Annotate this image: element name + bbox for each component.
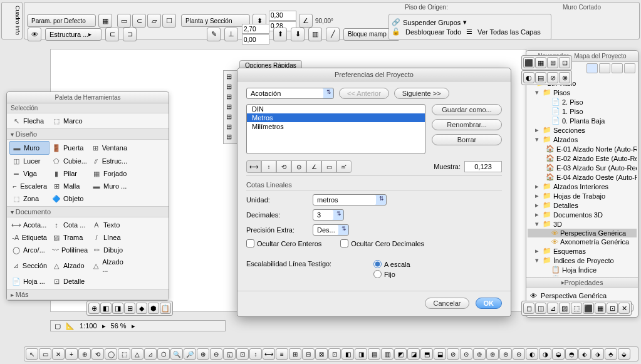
dim-type-6[interactable]: ▭	[321, 160, 336, 173]
sb-icon-4[interactable]: ▸	[132, 322, 135, 330]
bottom-tool-14[interactable]: ⊖	[210, 348, 222, 360]
bottom-tool-28[interactable]: ◩	[394, 348, 407, 360]
tool-dibujo[interactable]: ✏Dibujo	[90, 244, 130, 256]
ref-line-1[interactable]: ⊏	[105, 28, 119, 41]
dim-type-2[interactable]: ↕	[261, 160, 276, 173]
nav-tab-view[interactable]	[599, 63, 610, 73]
dim-type-5[interactable]: ∠	[306, 160, 321, 173]
tool-ventana[interactable]: ⊞Ventana	[90, 141, 130, 155]
zoom-display[interactable]: 56 %	[111, 322, 127, 330]
save-as-button[interactable]: Guardar como...	[432, 104, 502, 115]
bottom-tool-9[interactable]: ⊿	[144, 348, 157, 360]
bottom-tool-37[interactable]: ⊝	[513, 348, 525, 360]
bottom-tool-6[interactable]: ◯	[105, 348, 117, 360]
wall-section-icon[interactable]: ▥	[308, 28, 322, 41]
tree-item[interactable]: ▾📁Índices de Proyecto	[528, 256, 637, 265]
bottom-tool-7[interactable]: ⬚	[118, 348, 130, 360]
scale-opt-scaled[interactable]: A escala	[373, 260, 410, 268]
tool-texto[interactable]: ATexto	[90, 219, 130, 231]
layers-icon[interactable]: ☰	[466, 28, 472, 36]
tree-item[interactable]: 🏠E-01 Alzado Norte (Auto-R	[528, 144, 637, 153]
tool-alzado[interactable]: △Alzado	[50, 256, 90, 275]
tree-item[interactable]: ▸📁Documentos 3D	[528, 210, 637, 219]
unit-select[interactable]: metros	[313, 194, 387, 205]
dim-type-1[interactable]: ⟷	[246, 160, 261, 173]
tree-item[interactable]: ▾📁Pisos	[528, 88, 637, 97]
at2-3[interactable]: ⊘	[547, 72, 558, 83]
cp-btn-2[interactable]: ◧	[100, 303, 112, 314]
tool-lucer[interactable]: ◫Lucer	[9, 155, 50, 167]
dim-type-3[interactable]: ⟲	[276, 160, 291, 173]
bottom-tool-45[interactable]: ⬙	[618, 348, 630, 360]
tool-marco[interactable]: ⬚Marco	[50, 115, 90, 127]
bottom-tool-0[interactable]: ↖	[26, 348, 38, 360]
bottom-tool-34[interactable]: ⊚	[473, 348, 486, 360]
cancel-button[interactable]: Cancelar	[425, 298, 469, 309]
category-select[interactable]: Acotación	[246, 88, 334, 99]
tool-cubie[interactable]: ⬠Cubie...	[50, 155, 90, 167]
attr-palette[interactable]: ⬛▦⊞⊡	[521, 55, 572, 70]
at2-1[interactable]: ◐	[523, 72, 534, 83]
dp-btn-7[interactable]: ▦	[595, 303, 606, 314]
tool-malla[interactable]: ⊞Malla	[50, 180, 90, 192]
tree-item[interactable]: 👁Axonometría Genérica	[528, 237, 637, 246]
tree-item[interactable]: 🏠E-02 Alzado Este (Auto-Re	[528, 153, 637, 163]
structure-dropdown[interactable]: Estructura ... ▸	[45, 28, 102, 41]
delete-button[interactable]: Borrar	[432, 134, 502, 145]
bottom-tool-3[interactable]: +	[65, 348, 78, 360]
tool-cota[interactable]: ↕Cota ...	[50, 219, 90, 231]
display-palette[interactable]: ◻◫⊿▨⬚⬛▦⊡✕	[521, 301, 632, 316]
bottom-tool-41[interactable]: ◓	[565, 348, 578, 360]
bottom-tool-26[interactable]: ▤	[368, 348, 380, 360]
tool-viga[interactable]: ═Viga	[9, 167, 50, 180]
bottom-tool-13[interactable]: ⊕	[197, 348, 209, 360]
palette-section-more[interactable]: ▸ Más	[7, 289, 169, 300]
at-2[interactable]: ▦	[535, 57, 546, 68]
tool-pilar[interactable]: ▮Pilar	[50, 167, 90, 180]
tool-detalle[interactable]: ⊡Detalle	[50, 275, 90, 288]
next-button[interactable]: Siguiente >>	[394, 88, 449, 99]
dp-btn-8[interactable]: ⊡	[607, 303, 618, 314]
tool-flecha[interactable]: ↖Flecha	[9, 115, 50, 127]
hide-dec-checkbox[interactable]: Ocultar Cero Decimales	[340, 239, 424, 247]
preset-item[interactable]: Metros	[247, 113, 425, 122]
bottom-tool-10[interactable]: ⬡	[157, 348, 170, 360]
bottom-tool-35[interactable]: ⊛	[486, 348, 499, 360]
tool-alzado[interactable]: △Alzado ...	[90, 256, 130, 275]
bottom-tool-20[interactable]: ⊞	[289, 348, 301, 360]
tool-arco[interactable]: ◯Arco/...	[9, 244, 50, 256]
bottom-tool-15[interactable]: ◱	[223, 348, 236, 360]
height1-input[interactable]	[242, 24, 269, 34]
eye-icon[interactable]: 👁	[28, 28, 41, 41]
lock-icon[interactable]: 🔓	[392, 28, 400, 36]
unlock-all-button[interactable]: Desbloquear Todo	[405, 28, 461, 36]
tool-hoja[interactable]: 📄Hoja ...	[9, 275, 50, 288]
height2-input[interactable]	[242, 34, 269, 44]
at2-4[interactable]: ⊗	[559, 72, 570, 83]
bottom-tool-42[interactable]: ⬖	[578, 348, 591, 360]
nav-tab-pub[interactable]	[624, 63, 635, 73]
dp-btn-9[interactable]: ✕	[618, 303, 630, 314]
tool-estruc[interactable]: ⫽Estruc...	[90, 155, 130, 167]
coord-palette[interactable]: ⊕◧◨⊞◆⬢📋	[86, 301, 173, 316]
bottom-tool-22[interactable]: ⊠	[315, 348, 328, 360]
tool-polilnea[interactable]: 〰Polilínea	[50, 244, 90, 256]
tree-item[interactable]: 🏠E-03 Alzado Sur (Auto-Rec	[528, 163, 637, 172]
cut-line-icon[interactable]: ╱	[326, 28, 340, 41]
at-1[interactable]: ⬛	[523, 57, 534, 68]
cp-btn-6[interactable]: ⬢	[148, 303, 159, 314]
bottom-tool-33[interactable]: ⊙	[460, 348, 472, 360]
decimals-select[interactable]: 3	[313, 209, 344, 221]
tree-item[interactable]: 📄1. Piso	[528, 107, 637, 116]
bottom-tool-17[interactable]: ↕	[249, 348, 262, 360]
properties-title[interactable]: ▸ Propiedades	[526, 278, 638, 288]
dp-btn-6[interactable]: ⬛	[583, 303, 594, 314]
bottom-tool-5[interactable]: ⟲	[91, 348, 104, 360]
bottom-tool-4[interactable]: ⊕	[78, 348, 91, 360]
precision-select[interactable]: Des...	[313, 224, 349, 236]
sb-icon-3[interactable]: ▸	[102, 322, 106, 330]
bottom-tool-27[interactable]: ▥	[381, 348, 393, 360]
preset-item[interactable]: Milímetros	[247, 122, 425, 131]
link-bot-icon[interactable]: ⬇	[291, 28, 305, 41]
tool-muro[interactable]: ▬Muro ...	[90, 180, 130, 192]
